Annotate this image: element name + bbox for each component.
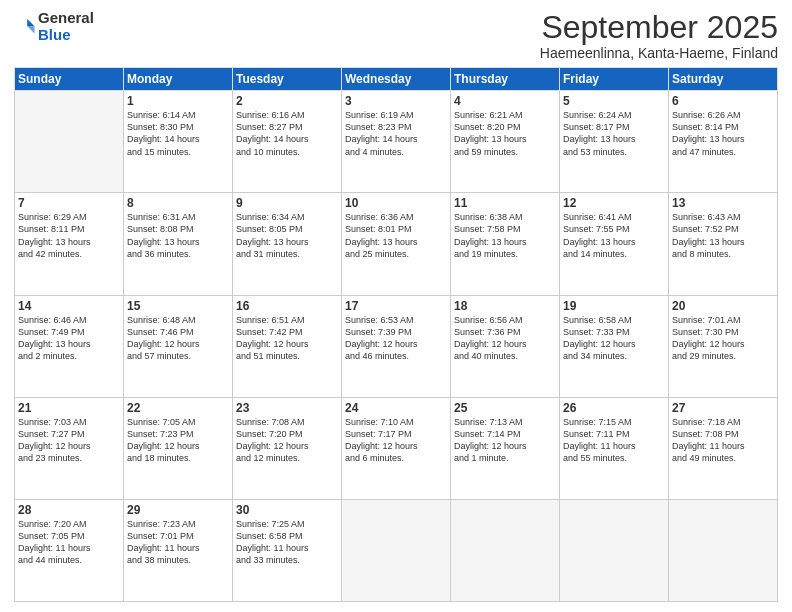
day-number: 21 [18, 401, 120, 415]
col-wednesday: Wednesday [342, 68, 451, 91]
header: General Blue September 2025 Haemeenlinna… [14, 10, 778, 61]
calendar-body: 1Sunrise: 6:14 AMSunset: 8:30 PMDaylight… [15, 91, 778, 602]
day-cell: 12Sunrise: 6:41 AMSunset: 7:55 PMDayligh… [560, 193, 669, 295]
day-cell: 20Sunrise: 7:01 AMSunset: 7:30 PMDayligh… [669, 295, 778, 397]
day-number: 4 [454, 94, 556, 108]
day-cell [560, 499, 669, 601]
day-info: Sunrise: 6:24 AMSunset: 8:17 PMDaylight:… [563, 109, 665, 158]
day-number: 17 [345, 299, 447, 313]
day-cell: 26Sunrise: 7:15 AMSunset: 7:11 PMDayligh… [560, 397, 669, 499]
day-number: 20 [672, 299, 774, 313]
day-number: 9 [236, 196, 338, 210]
col-thursday: Thursday [451, 68, 560, 91]
col-friday: Friday [560, 68, 669, 91]
day-cell: 10Sunrise: 6:36 AMSunset: 8:01 PMDayligh… [342, 193, 451, 295]
day-info: Sunrise: 7:10 AMSunset: 7:17 PMDaylight:… [345, 416, 447, 465]
day-cell: 23Sunrise: 7:08 AMSunset: 7:20 PMDayligh… [233, 397, 342, 499]
day-info: Sunrise: 7:20 AMSunset: 7:05 PMDaylight:… [18, 518, 120, 567]
location: Haemeenlinna, Kanta-Haeme, Finland [540, 45, 778, 61]
day-number: 11 [454, 196, 556, 210]
day-number: 26 [563, 401, 665, 415]
day-info: Sunrise: 6:48 AMSunset: 7:46 PMDaylight:… [127, 314, 229, 363]
day-cell: 11Sunrise: 6:38 AMSunset: 7:58 PMDayligh… [451, 193, 560, 295]
day-info: Sunrise: 7:18 AMSunset: 7:08 PMDaylight:… [672, 416, 774, 465]
day-cell: 24Sunrise: 7:10 AMSunset: 7:17 PMDayligh… [342, 397, 451, 499]
day-number: 3 [345, 94, 447, 108]
day-cell: 28Sunrise: 7:20 AMSunset: 7:05 PMDayligh… [15, 499, 124, 601]
day-cell: 19Sunrise: 6:58 AMSunset: 7:33 PMDayligh… [560, 295, 669, 397]
day-info: Sunrise: 7:13 AMSunset: 7:14 PMDaylight:… [454, 416, 556, 465]
day-cell: 22Sunrise: 7:05 AMSunset: 7:23 PMDayligh… [124, 397, 233, 499]
day-cell: 4Sunrise: 6:21 AMSunset: 8:20 PMDaylight… [451, 91, 560, 193]
logo-general: General [38, 9, 94, 26]
calendar-table: Sunday Monday Tuesday Wednesday Thursday… [14, 67, 778, 602]
day-cell: 21Sunrise: 7:03 AMSunset: 7:27 PMDayligh… [15, 397, 124, 499]
day-cell: 5Sunrise: 6:24 AMSunset: 8:17 PMDaylight… [560, 91, 669, 193]
day-info: Sunrise: 6:16 AMSunset: 8:27 PMDaylight:… [236, 109, 338, 158]
day-number: 1 [127, 94, 229, 108]
day-number: 10 [345, 196, 447, 210]
col-tuesday: Tuesday [233, 68, 342, 91]
day-cell [342, 499, 451, 601]
day-number: 30 [236, 503, 338, 517]
col-monday: Monday [124, 68, 233, 91]
day-info: Sunrise: 6:29 AMSunset: 8:11 PMDaylight:… [18, 211, 120, 260]
day-info: Sunrise: 6:34 AMSunset: 8:05 PMDaylight:… [236, 211, 338, 260]
day-info: Sunrise: 6:31 AMSunset: 8:08 PMDaylight:… [127, 211, 229, 260]
header-row: Sunday Monday Tuesday Wednesday Thursday… [15, 68, 778, 91]
day-info: Sunrise: 6:51 AMSunset: 7:42 PMDaylight:… [236, 314, 338, 363]
logo: General Blue [14, 10, 94, 43]
day-cell: 30Sunrise: 7:25 AMSunset: 6:58 PMDayligh… [233, 499, 342, 601]
day-info: Sunrise: 6:46 AMSunset: 7:49 PMDaylight:… [18, 314, 120, 363]
calendar-header: Sunday Monday Tuesday Wednesday Thursday… [15, 68, 778, 91]
day-info: Sunrise: 6:43 AMSunset: 7:52 PMDaylight:… [672, 211, 774, 260]
logo-text: General Blue [38, 10, 94, 43]
day-info: Sunrise: 6:19 AMSunset: 8:23 PMDaylight:… [345, 109, 447, 158]
week-row-4: 21Sunrise: 7:03 AMSunset: 7:27 PMDayligh… [15, 397, 778, 499]
day-number: 15 [127, 299, 229, 313]
day-number: 29 [127, 503, 229, 517]
day-cell [15, 91, 124, 193]
day-number: 19 [563, 299, 665, 313]
day-cell: 27Sunrise: 7:18 AMSunset: 7:08 PMDayligh… [669, 397, 778, 499]
day-info: Sunrise: 6:53 AMSunset: 7:39 PMDaylight:… [345, 314, 447, 363]
day-number: 7 [18, 196, 120, 210]
day-cell: 2Sunrise: 6:16 AMSunset: 8:27 PMDaylight… [233, 91, 342, 193]
day-cell: 18Sunrise: 6:56 AMSunset: 7:36 PMDayligh… [451, 295, 560, 397]
day-cell: 17Sunrise: 6:53 AMSunset: 7:39 PMDayligh… [342, 295, 451, 397]
logo-blue: Blue [38, 26, 71, 43]
day-info: Sunrise: 7:15 AMSunset: 7:11 PMDaylight:… [563, 416, 665, 465]
svg-marker-0 [27, 18, 34, 25]
day-cell: 16Sunrise: 6:51 AMSunset: 7:42 PMDayligh… [233, 295, 342, 397]
day-info: Sunrise: 7:23 AMSunset: 7:01 PMDaylight:… [127, 518, 229, 567]
col-saturday: Saturday [669, 68, 778, 91]
day-number: 24 [345, 401, 447, 415]
day-number: 16 [236, 299, 338, 313]
day-number: 28 [18, 503, 120, 517]
day-cell: 14Sunrise: 6:46 AMSunset: 7:49 PMDayligh… [15, 295, 124, 397]
title-block: September 2025 Haemeenlinna, Kanta-Haeme… [540, 10, 778, 61]
day-info: Sunrise: 6:26 AMSunset: 8:14 PMDaylight:… [672, 109, 774, 158]
day-cell: 7Sunrise: 6:29 AMSunset: 8:11 PMDaylight… [15, 193, 124, 295]
day-info: Sunrise: 6:38 AMSunset: 7:58 PMDaylight:… [454, 211, 556, 260]
day-number: 12 [563, 196, 665, 210]
day-number: 8 [127, 196, 229, 210]
day-info: Sunrise: 6:21 AMSunset: 8:20 PMDaylight:… [454, 109, 556, 158]
day-info: Sunrise: 6:41 AMSunset: 7:55 PMDaylight:… [563, 211, 665, 260]
day-number: 27 [672, 401, 774, 415]
day-cell: 13Sunrise: 6:43 AMSunset: 7:52 PMDayligh… [669, 193, 778, 295]
day-number: 5 [563, 94, 665, 108]
day-cell: 1Sunrise: 6:14 AMSunset: 8:30 PMDaylight… [124, 91, 233, 193]
day-cell: 25Sunrise: 7:13 AMSunset: 7:14 PMDayligh… [451, 397, 560, 499]
day-cell: 29Sunrise: 7:23 AMSunset: 7:01 PMDayligh… [124, 499, 233, 601]
week-row-5: 28Sunrise: 7:20 AMSunset: 7:05 PMDayligh… [15, 499, 778, 601]
week-row-2: 7Sunrise: 6:29 AMSunset: 8:11 PMDaylight… [15, 193, 778, 295]
svg-marker-1 [27, 26, 34, 33]
day-number: 6 [672, 94, 774, 108]
day-cell: 9Sunrise: 6:34 AMSunset: 8:05 PMDaylight… [233, 193, 342, 295]
day-info: Sunrise: 7:25 AMSunset: 6:58 PMDaylight:… [236, 518, 338, 567]
day-number: 18 [454, 299, 556, 313]
day-info: Sunrise: 7:01 AMSunset: 7:30 PMDaylight:… [672, 314, 774, 363]
day-cell: 3Sunrise: 6:19 AMSunset: 8:23 PMDaylight… [342, 91, 451, 193]
day-number: 2 [236, 94, 338, 108]
